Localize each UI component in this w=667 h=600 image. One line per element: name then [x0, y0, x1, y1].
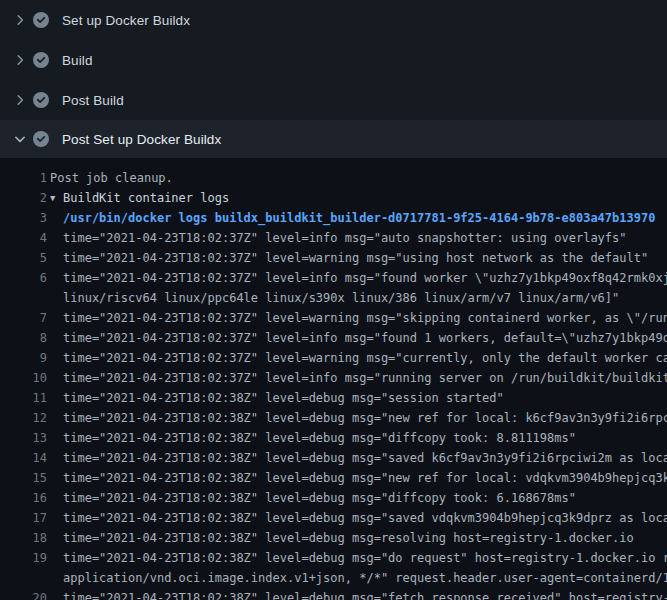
log-line-number: [0, 568, 47, 588]
log-line-number[interactable]: 12: [0, 408, 47, 428]
log-line-text: time="2021-04-23T18:02:38Z" level=debug …: [47, 408, 667, 428]
log-line-text: time="2021-04-23T18:02:37Z" level=warnin…: [47, 248, 648, 268]
check-circle-icon: [33, 12, 49, 28]
log-line-number[interactable]: 16: [0, 488, 47, 508]
steps-list: Set up Docker Buildx Build Post Build Po…: [0, 0, 667, 158]
log-line: 4time="2021-04-23T18:02:37Z" level=info …: [0, 228, 667, 248]
log-line-continuation: linux/riscv64 linux/ppc64le linux/s390x …: [0, 288, 667, 308]
step-header-post-build[interactable]: Post Build: [0, 80, 667, 120]
log-line-text: Post job cleanup.: [47, 168, 173, 188]
log-line-number[interactable]: 6: [0, 268, 47, 288]
log-line-number[interactable]: 18: [0, 528, 47, 548]
log-line-number[interactable]: 1: [0, 168, 47, 188]
check-circle-icon: [33, 131, 49, 147]
log-group-header-text: ▼BuildKit container logs: [47, 188, 229, 208]
log-line-text: time="2021-04-23T18:02:37Z" level=warnin…: [47, 308, 667, 328]
log-line-text: linux/riscv64 linux/ppc64le linux/s390x …: [47, 288, 619, 308]
log-line-number[interactable]: 13: [0, 428, 47, 448]
chevron-right-icon[interactable]: [12, 52, 28, 68]
log-line-number[interactable]: 15: [0, 468, 47, 488]
log-line: 9time="2021-04-23T18:02:37Z" level=warni…: [0, 348, 667, 368]
log-line: 16time="2021-04-23T18:02:38Z" level=debu…: [0, 488, 667, 508]
log-line-continuation: application/vnd.oci.image.index.v1+json,…: [0, 568, 667, 588]
log-line-number[interactable]: 4: [0, 228, 47, 248]
log-line-number[interactable]: 8: [0, 328, 47, 348]
step-label: Post Build: [62, 93, 124, 108]
group-toggle-icon[interactable]: ▼: [50, 188, 60, 208]
step-label: Post Set up Docker Buildx: [62, 132, 221, 147]
chevron-down-icon[interactable]: [12, 131, 28, 147]
step-header-set-up-docker-buildx[interactable]: Set up Docker Buildx: [0, 0, 667, 40]
log-line-number[interactable]: 11: [0, 388, 47, 408]
log-line-text: time="2021-04-23T18:02:38Z" level=debug …: [47, 448, 667, 468]
log-line: 1Post job cleanup.: [0, 168, 667, 188]
log-line: 8time="2021-04-23T18:02:37Z" level=info …: [0, 328, 667, 348]
log-command-text: /usr/bin/docker logs buildx_buildkit_bui…: [47, 208, 655, 228]
log-line-number[interactable]: 20: [0, 588, 47, 600]
group-header-label: BuildKit container logs: [63, 191, 229, 205]
log-line-text: time="2021-04-23T18:02:37Z" level=info m…: [47, 228, 627, 248]
log-line-text: time="2021-04-23T18:02:38Z" level=debug …: [47, 508, 667, 528]
log-line-text: application/vnd.oci.image.index.v1+json,…: [47, 568, 667, 588]
step-label: Build: [62, 53, 93, 68]
log-line-number[interactable]: 19: [0, 548, 47, 568]
log-line-text: time="2021-04-23T18:02:38Z" level=debug …: [47, 488, 576, 508]
log-line-number: [0, 288, 47, 308]
log-line: 10time="2021-04-23T18:02:37Z" level=info…: [0, 368, 667, 388]
log-line: 2▼BuildKit container logs: [0, 188, 667, 208]
log-line-text: time="2021-04-23T18:02:38Z" level=debug …: [47, 548, 667, 568]
log-line: 19time="2021-04-23T18:02:38Z" level=debu…: [0, 548, 667, 568]
check-circle-icon: [33, 92, 49, 108]
step-label: Set up Docker Buildx: [62, 13, 190, 28]
check-circle-icon: [33, 52, 49, 68]
log-line-text: time="2021-04-23T18:02:38Z" level=debug …: [47, 428, 576, 448]
log-line: 3/usr/bin/docker logs buildx_buildkit_bu…: [0, 208, 667, 228]
log-line: 11time="2021-04-23T18:02:38Z" level=debu…: [0, 388, 667, 408]
log-line-text: time="2021-04-23T18:02:38Z" level=debug …: [47, 528, 634, 548]
log-line-number[interactable]: 3: [0, 208, 47, 228]
log-line-number[interactable]: 10: [0, 368, 47, 388]
log-line-text: time="2021-04-23T18:02:37Z" level=info m…: [47, 368, 667, 388]
log-line-number[interactable]: 14: [0, 448, 47, 468]
log-line: 7time="2021-04-23T18:02:37Z" level=warni…: [0, 308, 667, 328]
step-header-build[interactable]: Build: [0, 40, 667, 80]
chevron-right-icon[interactable]: [12, 12, 28, 28]
log-line: 13time="2021-04-23T18:02:38Z" level=debu…: [0, 428, 667, 448]
log-line: 6time="2021-04-23T18:02:37Z" level=info …: [0, 268, 667, 288]
log-line-text: time="2021-04-23T18:02:37Z" level=info m…: [47, 328, 667, 348]
log-line: 18time="2021-04-23T18:02:38Z" level=debu…: [0, 528, 667, 548]
log-line-text: time="2021-04-23T18:02:38Z" level=debug …: [47, 468, 667, 488]
log-line: 17time="2021-04-23T18:02:38Z" level=debu…: [0, 508, 667, 528]
log-line-text: time="2021-04-23T18:02:37Z" level=info m…: [47, 268, 667, 288]
log-line: 15time="2021-04-23T18:02:38Z" level=debu…: [0, 468, 667, 488]
log-line-number[interactable]: 5: [0, 248, 47, 268]
log-line-text: time="2021-04-23T18:02:38Z" level=debug …: [47, 588, 667, 600]
log-line-number[interactable]: 7: [0, 308, 47, 328]
log-line-number[interactable]: 9: [0, 348, 47, 368]
chevron-right-icon[interactable]: [12, 92, 28, 108]
step-header-post-set-up-docker-buildx[interactable]: Post Set up Docker Buildx: [0, 120, 667, 158]
log-line: 12time="2021-04-23T18:02:38Z" level=debu…: [0, 408, 667, 428]
log-line-number[interactable]: 2: [0, 188, 47, 208]
log-line-number[interactable]: 17: [0, 508, 47, 528]
log-line: 5time="2021-04-23T18:02:37Z" level=warni…: [0, 248, 667, 268]
log-line-text: time="2021-04-23T18:02:38Z" level=debug …: [47, 388, 504, 408]
log-line-text: time="2021-04-23T18:02:37Z" level=warnin…: [47, 348, 667, 368]
log-viewer: 1Post job cleanup.2▼BuildKit container l…: [0, 158, 667, 600]
log-line: 20time="2021-04-23T18:02:38Z" level=debu…: [0, 588, 667, 600]
log-line: 14time="2021-04-23T18:02:38Z" level=debu…: [0, 448, 667, 468]
